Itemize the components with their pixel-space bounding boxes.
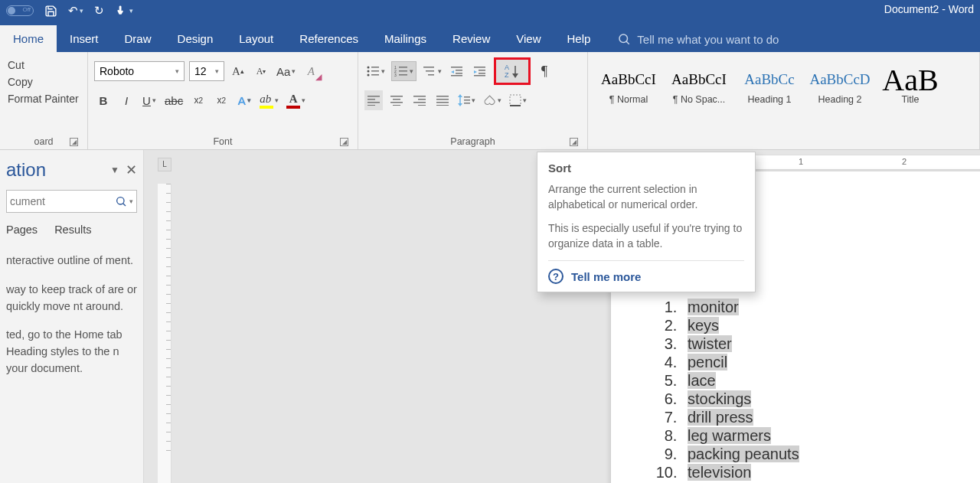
ribbon-tab-strip: Home Insert Draw Design Layout Reference… [0,21,980,52]
svg-rect-13 [399,74,407,76]
style-heading-1[interactable]: AaBbCcHeading 1 [735,55,804,115]
nav-options-icon[interactable]: ▼ [110,165,119,175]
copy-button[interactable]: Copy [6,73,81,90]
list-item[interactable]: pencil [681,354,980,372]
tab-draw[interactable]: Draw [112,25,165,52]
tell-me-search[interactable]: Tell me what you want to do [617,32,779,52]
nav-tab-pages[interactable]: Pages [6,224,38,236]
tab-home[interactable]: Home [0,25,57,52]
svg-rect-51 [464,100,470,101]
save-icon[interactable] [44,5,57,18]
tab-view[interactable]: View [503,25,554,52]
align-left-button[interactable] [364,90,383,110]
vertical-ruler[interactable] [158,184,172,483]
align-center-button[interactable] [387,90,406,110]
cut-button[interactable]: Cut [6,57,81,73]
change-case-button[interactable]: Aa [275,61,297,81]
font-name-select[interactable]: Roboto▾ [94,61,185,81]
list-item[interactable]: twister [681,335,980,354]
svg-rect-25 [479,73,485,74]
nav-search-input[interactable] [10,195,115,207]
show-hide-button[interactable]: ¶ [535,61,554,81]
nav-tab-results[interactable]: Results [54,224,91,236]
sort-tooltip: Sort Arrange the current selection in al… [537,152,756,292]
undo-icon[interactable]: ↶▾ [68,4,83,18]
justify-button[interactable] [433,90,452,110]
horizontal-ruler[interactable]: 1 2 [752,155,980,170]
multilevel-list-button[interactable] [421,61,443,81]
font-dialog-launcher[interactable]: ◢ [340,138,348,146]
paragraph-dialog-launcher[interactable]: ◢ [570,138,578,146]
list-item[interactable]: drill press [681,409,980,427]
strikethrough-button[interactable]: abc [163,90,185,110]
search-options-icon[interactable]: ▾ [129,197,133,205]
shrink-font-icon[interactable]: A▾ [252,61,270,81]
style--normal[interactable]: AaBbCcI¶ Normal [594,55,663,115]
svg-rect-52 [464,103,470,104]
list-item[interactable]: television [681,464,980,482]
decrease-indent-button[interactable] [448,61,466,81]
tell-me-placeholder: Tell me what you want to do [637,33,779,46]
svg-marker-48 [458,94,462,97]
tab-review[interactable]: Review [439,25,503,52]
svg-rect-35 [390,96,403,97]
tab-help[interactable]: Help [554,25,603,52]
list-item[interactable]: keys [681,317,980,335]
bullets-button[interactable] [364,61,387,81]
clipboard-dialog-launcher[interactable]: ◢ [70,138,78,146]
format-painter-button[interactable]: Format Painter [6,90,81,107]
text-effects-button[interactable]: A [235,90,253,110]
tab-references[interactable]: References [286,25,371,52]
shading-button[interactable] [482,90,503,110]
list-item[interactable]: lace [681,372,980,390]
tab-layout[interactable]: Layout [226,25,286,52]
redo-icon[interactable]: ↻ [94,4,104,18]
borders-button[interactable] [508,90,528,110]
tell-me-more-link[interactable]: Tell me more [571,270,641,283]
clear-formatting-icon[interactable]: A◢ [302,61,320,81]
sort-button[interactable]: AZ [494,57,531,85]
highlight-color-button[interactable]: ab [258,90,280,110]
svg-rect-50 [464,96,470,98]
close-icon[interactable]: ✕ [126,162,137,178]
group-font: Roboto▾ 12▾ A▴ A▾ Aa A◢ B I U abc x2 x2 … [88,52,358,149]
svg-rect-31 [368,96,380,97]
svg-point-2 [368,67,370,69]
style--no-spac-[interactable]: AaBbCcI¶ No Spac... [665,55,733,115]
style-title[interactable]: AaBTitle [876,55,945,115]
svg-rect-17 [451,67,462,68]
autosave-toggle[interactable]: Off [6,5,34,16]
touch-mode-icon[interactable]: ▾ [115,5,133,18]
list-item[interactable]: leg warmers [681,427,980,445]
font-size-select[interactable]: 12▾ [189,61,224,81]
svg-rect-40 [418,99,426,100]
subscript-button[interactable]: x2 [189,90,207,110]
list-item[interactable]: stockings [681,390,980,409]
title-bar: Off ↶▾ ↻ ▾ Document2 - Word [0,0,980,21]
style-heading-2[interactable]: AaBbCcDHeading 2 [805,55,874,115]
italic-button[interactable]: I [117,90,136,110]
ruler-corner[interactable]: L [158,158,172,171]
tab-mailings[interactable]: Mailings [371,25,439,52]
tab-insert[interactable]: Insert [57,25,112,52]
ribbon: Cut Copy Format Painter oard◢ Roboto▾ 12… [0,52,980,150]
svg-marker-49 [458,103,462,106]
underline-button[interactable]: U [140,90,158,110]
increase-indent-button[interactable] [471,61,489,81]
svg-text:A: A [505,64,509,71]
styles-gallery[interactable]: AaBbCcI¶ NormalAaBbCcI¶ No Spac...AaBbCc… [594,55,979,115]
svg-text:3: 3 [394,73,397,77]
svg-rect-41 [413,102,426,103]
tab-design[interactable]: Design [165,25,227,52]
superscript-button[interactable]: x2 [212,90,230,110]
list-item[interactable]: monitor [681,299,980,317]
numbering-button[interactable]: 123 [391,61,416,81]
line-spacing-button[interactable] [456,90,477,110]
nav-search-box[interactable]: ▾ [6,190,137,213]
align-right-button[interactable] [410,90,429,110]
bold-button[interactable]: B [94,90,113,110]
numbered-list: monitorkeystwisterpencillacestockingsdri… [681,299,980,482]
grow-font-icon[interactable]: A▴ [229,61,247,81]
list-item[interactable]: packing peanuts [681,445,980,464]
font-color-button[interactable]: A [285,90,307,110]
